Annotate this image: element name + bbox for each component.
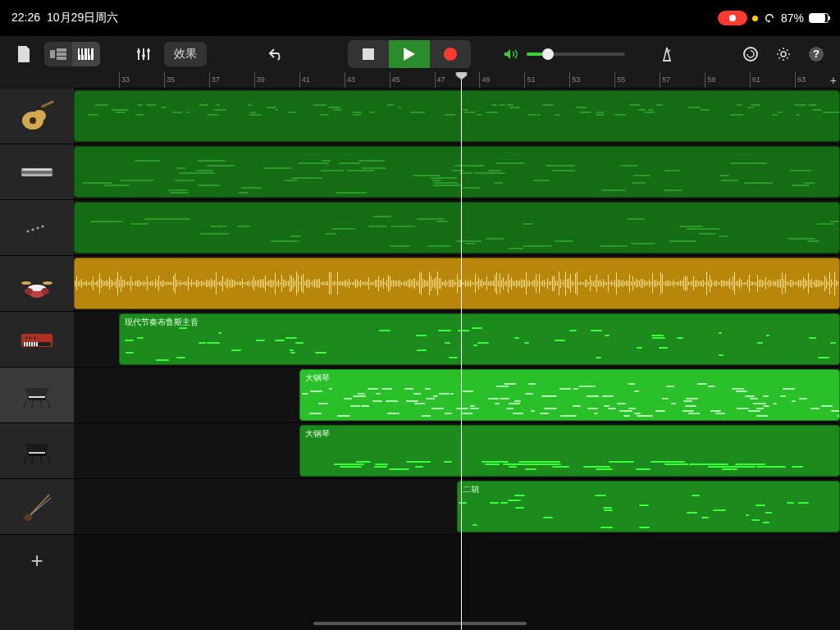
svg-rect-15 <box>363 48 374 60</box>
ruler-tick: 37 <box>209 72 220 88</box>
svg-rect-43 <box>29 342 30 346</box>
svg-point-37 <box>25 288 33 294</box>
svg-point-14 <box>147 49 150 52</box>
loop-browser-button[interactable] <box>738 42 763 66</box>
track-header-harmonica[interactable] <box>0 144 74 200</box>
svg-point-13 <box>142 54 145 57</box>
track-header-piano2[interactable] <box>0 423 74 479</box>
svg-point-12 <box>137 50 140 53</box>
play-button[interactable] <box>389 40 430 68</box>
transport-controls <box>348 40 471 68</box>
svg-rect-44 <box>31 342 33 346</box>
tracks-view-button[interactable] <box>44 42 72 66</box>
ruler-tick: 59 <box>705 72 715 88</box>
settings-button[interactable] <box>771 42 796 66</box>
timeline[interactable]: + 33353739414345474951535557596163 现代节奏布… <box>74 72 840 630</box>
track-header-drums[interactable] <box>0 256 74 312</box>
svg-rect-11 <box>89 48 91 55</box>
svg-point-16 <box>444 48 457 61</box>
home-indicator[interactable] <box>313 622 527 625</box>
master-volume-slider[interactable] <box>527 52 625 56</box>
track-row-drums[interactable] <box>74 256 840 312</box>
ruler-tick: 45 <box>390 72 400 88</box>
metronome-button[interactable] <box>655 42 679 66</box>
track-row-synth[interactable]: 现代节奏布鲁斯主音 <box>74 312 840 368</box>
svg-rect-23 <box>41 100 54 107</box>
svg-rect-51 <box>29 396 45 398</box>
ruler-tick: 47 <box>435 72 445 88</box>
region-erhu[interactable]: 二胡 <box>457 481 840 532</box>
track-row-harmonica[interactable] <box>74 144 840 200</box>
svg-rect-1 <box>57 48 66 52</box>
workspace: + + 33353739414345474951535557596163 现代节… <box>0 72 840 630</box>
record-button[interactable] <box>430 40 471 68</box>
ruler-tick: 63 <box>795 72 806 88</box>
region-piano1[interactable]: 大钢琴 <box>299 369 840 421</box>
svg-rect-2 <box>57 52 66 56</box>
add-bars-button[interactable]: + <box>830 74 837 87</box>
track-row-piano1[interactable]: 大钢琴 <box>74 368 840 423</box>
undo-button[interactable] <box>264 42 289 66</box>
volume-knob[interactable] <box>542 48 554 60</box>
svg-text:?: ? <box>813 48 819 60</box>
ruler-tick: 53 <box>569 72 580 88</box>
track-row-guitar[interactable] <box>74 89 840 144</box>
region-oboe[interactable] <box>74 202 840 253</box>
region-drums[interactable] <box>74 258 840 309</box>
track-row-oboe[interactable] <box>74 200 840 256</box>
ruler-tick: 55 <box>614 72 625 88</box>
track-header-piano1[interactable] <box>0 368 74 423</box>
svg-point-38 <box>41 288 49 294</box>
svg-point-49 <box>34 336 36 339</box>
svg-rect-27 <box>23 169 51 171</box>
svg-point-47 <box>25 336 28 339</box>
add-track-button[interactable]: + <box>0 535 74 586</box>
svg-rect-41 <box>24 342 25 346</box>
playhead[interactable] <box>461 72 462 630</box>
svg-point-24 <box>30 117 36 124</box>
screen-record-indicator[interactable] <box>718 11 747 25</box>
battery-percent: 87% <box>781 11 804 25</box>
svg-point-35 <box>21 281 31 285</box>
ruler-tick: 43 <box>345 72 355 88</box>
ruler-tick: 35 <box>164 72 175 88</box>
region-guitar[interactable] <box>74 90 840 142</box>
region-piano2[interactable]: 大钢琴 <box>299 425 840 477</box>
battery-fill <box>810 14 825 22</box>
track-row-piano2[interactable]: 大钢琴 <box>74 423 840 479</box>
mixer-button[interactable] <box>131 42 156 66</box>
svg-rect-46 <box>36 342 38 346</box>
volume-icon <box>504 48 518 60</box>
track-row-erhu[interactable]: 二胡 <box>74 479 840 535</box>
toolbar: 效果 ? <box>0 36 840 72</box>
stop-button[interactable] <box>348 40 389 68</box>
playhead-handle-icon[interactable] <box>455 72 468 80</box>
track-header-guitar[interactable] <box>0 89 74 144</box>
svg-line-56 <box>31 498 51 514</box>
help-button[interactable]: ? <box>804 42 829 66</box>
svg-rect-9 <box>80 48 81 55</box>
track-header-oboe[interactable] <box>0 200 74 256</box>
status-date: 10月29日周六 <box>47 11 118 25</box>
status-bar: 22:26 10月29日周六 87% <box>0 0 840 36</box>
track-header-erhu[interactable] <box>0 479 74 535</box>
fx-button[interactable]: 效果 <box>164 42 207 66</box>
track-headers: + <box>0 72 74 630</box>
svg-rect-45 <box>34 342 35 346</box>
battery-icon <box>809 13 829 23</box>
svg-point-55 <box>24 514 32 521</box>
orientation-lock-icon <box>763 13 776 23</box>
my-songs-button[interactable] <box>11 42 36 66</box>
track-header-synth[interactable] <box>0 312 74 368</box>
svg-point-18 <box>781 52 786 57</box>
region-harmonica[interactable] <box>74 146 840 198</box>
svg-rect-8 <box>91 48 94 60</box>
svg-rect-6 <box>84 48 87 60</box>
status-time: 22:26 <box>11 11 40 25</box>
location-indicator <box>752 16 758 21</box>
region-synth[interactable]: 现代节奏布鲁斯主音 <box>119 313 840 365</box>
view-mode-segment[interactable] <box>44 42 100 66</box>
ruler-tick: 51 <box>524 72 535 88</box>
instrument-view-button[interactable] <box>72 42 100 66</box>
svg-rect-26 <box>21 171 52 174</box>
